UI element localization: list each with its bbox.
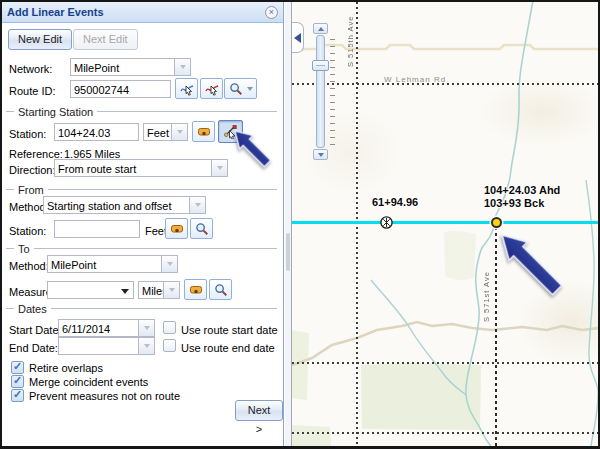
zoom-slider-ticks xyxy=(330,39,335,149)
zoom-slider-thumb[interactable] xyxy=(312,60,329,71)
station-input[interactable]: 104+24.03 xyxy=(54,123,139,141)
deselect-route-button[interactable] xyxy=(200,78,223,99)
from-method-value: Starting station and offset xyxy=(47,200,172,212)
scrollbar-thumb[interactable] xyxy=(286,233,290,271)
from-method-trigger[interactable] xyxy=(189,197,205,213)
selected-route-line xyxy=(292,221,598,224)
zoom-slider-track[interactable] xyxy=(316,35,325,148)
starting-station-legend: Starting Station xyxy=(6,105,277,118)
measure-unit-trigger[interactable] xyxy=(163,282,179,298)
station-value: 104+24.03 xyxy=(58,127,110,139)
direction-trigger[interactable] xyxy=(211,160,227,176)
use-route-start-date-checkbox[interactable] xyxy=(163,321,176,334)
street-label-515th: S 515th Ave xyxy=(346,5,355,67)
chevron-down-icon[interactable] xyxy=(121,289,129,294)
station-label-back: 103+93 Bck xyxy=(484,197,544,209)
measure-combo[interactable] xyxy=(47,281,134,299)
measure-tool-icon xyxy=(189,283,203,297)
road-horizontal-3 xyxy=(292,432,598,434)
network-dropdown-trigger[interactable] xyxy=(174,59,190,75)
add-linear-events-panel: Add Linear Events × New Edit Next Edit N… xyxy=(2,2,284,446)
to-search-button[interactable] xyxy=(209,279,232,300)
use-route-start-date-label: Use route start date xyxy=(181,324,278,336)
chevron-left-icon xyxy=(294,33,301,43)
station-measure-tool-button[interactable] xyxy=(192,121,215,142)
select-route-blue-icon xyxy=(180,82,194,96)
basemap-art xyxy=(292,2,598,446)
from-measure-tool-button[interactable] xyxy=(165,218,188,239)
route-id-label: Route ID: xyxy=(9,85,55,97)
retire-overlaps-label: Retire overlaps xyxy=(29,362,103,374)
route-id-input[interactable]: 950002744 xyxy=(70,80,171,98)
next-button[interactable]: Next > xyxy=(235,400,283,421)
retire-overlaps-checkbox[interactable] xyxy=(11,361,24,374)
panel-title: Add Linear Events xyxy=(7,6,104,18)
to-method-label: Method: xyxy=(9,260,49,272)
dates-legend: Dates xyxy=(6,302,277,315)
road-s571st-ave xyxy=(495,227,497,446)
prevent-measures-label: Prevent measures not on route xyxy=(29,390,180,402)
next-edit-button[interactable]: Next Edit xyxy=(73,29,138,50)
from-search-button[interactable] xyxy=(190,218,213,239)
magnifier-icon xyxy=(229,82,243,96)
street-label-lehman: W Lehman Rd xyxy=(384,75,446,84)
chevron-down-icon xyxy=(247,87,253,91)
reference-point-marker[interactable] xyxy=(379,215,394,230)
to-method-value: MilePoint xyxy=(51,259,96,271)
map-viewport[interactable]: W Lehman Rd S 515th Ave S 571st Ave 61+9… xyxy=(291,2,598,446)
road-horizontal-2 xyxy=(292,362,598,364)
merge-coincident-events-checkbox[interactable] xyxy=(11,375,24,388)
selected-station-marker[interactable] xyxy=(491,217,502,228)
chevron-down-icon xyxy=(318,153,324,157)
station-label-ahead: 104+24.03 Ahd xyxy=(484,184,560,196)
measure-tool-icon xyxy=(170,222,184,236)
end-date-input[interactable] xyxy=(58,337,155,355)
station-label-left: 61+94.96 xyxy=(372,196,418,208)
zoom-in-button[interactable] xyxy=(313,23,328,34)
route-id-value: 950002744 xyxy=(74,84,129,96)
to-legend: To xyxy=(6,242,277,255)
magnifier-icon xyxy=(195,222,209,236)
start-date-input[interactable]: 6/11/2014 xyxy=(58,319,155,337)
from-method-combo[interactable]: Starting station and offset xyxy=(43,196,206,214)
panel-header: Add Linear Events × xyxy=(2,2,283,23)
station-unit-trigger[interactable] xyxy=(171,124,187,140)
measure-unit-combo[interactable]: Miles xyxy=(138,281,180,299)
end-date-trigger[interactable] xyxy=(138,338,154,354)
prevent-measures-checkbox[interactable] xyxy=(11,389,24,402)
from-station-unit: Feet xyxy=(145,225,167,237)
merge-coincident-events-label: Merge coincident events xyxy=(29,376,148,388)
start-date-trigger[interactable] xyxy=(138,320,154,336)
select-route-on-map-button[interactable] xyxy=(175,78,198,99)
from-station-input[interactable] xyxy=(54,220,140,238)
network-label: Network: xyxy=(9,63,52,75)
pick-station-icon xyxy=(223,124,238,139)
start-date-value: 6/11/2014 xyxy=(62,323,110,335)
station-unit-combo[interactable]: Feet xyxy=(143,123,188,141)
pick-station-on-map-button[interactable] xyxy=(218,120,243,143)
start-date-label: Start Date: xyxy=(9,324,62,336)
station-label: Station: xyxy=(9,128,46,140)
zoom-out-button[interactable] xyxy=(313,149,328,160)
from-legend: From xyxy=(6,183,277,196)
route-search-button[interactable] xyxy=(224,78,257,99)
direction-combo[interactable]: From route start xyxy=(54,159,228,177)
select-route-red-icon xyxy=(205,82,219,96)
use-route-end-date-checkbox[interactable] xyxy=(163,339,176,352)
to-measure-tool-button[interactable] xyxy=(184,279,207,300)
station-unit-value: Feet xyxy=(147,127,169,139)
magnifier-icon xyxy=(214,283,228,297)
to-method-combo[interactable]: MilePoint xyxy=(47,255,178,273)
collapse-panel-tab[interactable] xyxy=(291,22,304,53)
application-window: Add Linear Events × New Edit Next Edit N… xyxy=(0,0,600,449)
end-date-label: End Date: xyxy=(9,342,58,354)
new-edit-button[interactable]: New Edit xyxy=(8,29,72,50)
direction-value: From route start xyxy=(58,163,136,175)
chevron-up-icon xyxy=(318,27,324,31)
road-s515th-ave xyxy=(356,2,358,446)
to-method-trigger[interactable] xyxy=(161,256,177,272)
measure-tool-icon xyxy=(197,125,211,139)
close-icon[interactable]: × xyxy=(265,6,278,19)
from-station-label: Station: xyxy=(9,225,46,237)
network-combo[interactable]: MilePoint xyxy=(70,58,191,76)
